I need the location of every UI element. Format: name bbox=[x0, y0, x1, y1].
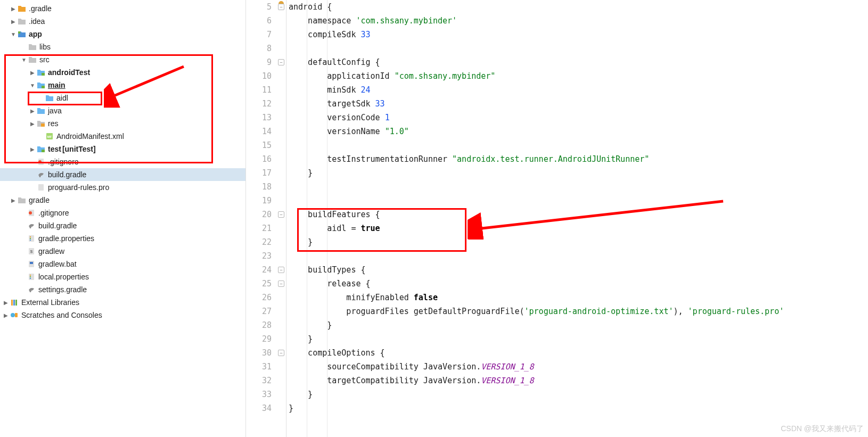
tree-item-libs[interactable]: ▶ libs bbox=[0, 40, 245, 53]
svg-rect-13 bbox=[30, 236, 31, 237]
fold-toggle-icon[interactable]: − bbox=[278, 350, 284, 356]
code-line: sourceCompatibility JavaVersion.VERSION_… bbox=[289, 360, 868, 374]
tree-item-gradlew[interactable]: ▶ $ gradlew bbox=[0, 245, 245, 258]
tree-label: gradle.properties bbox=[38, 234, 94, 243]
svg-rect-15 bbox=[30, 240, 31, 241]
tree-item-app[interactable]: ▼ app bbox=[0, 28, 245, 40]
tree-item-res[interactable]: ▶ res bbox=[0, 117, 245, 130]
tree-item-local-props[interactable]: ▶ local.properties bbox=[0, 270, 245, 283]
tree-item-proguard[interactable]: ▶ proguard-rules.pro bbox=[0, 181, 245, 194]
tree-item-aidl[interactable]: ▶ aidl bbox=[0, 92, 245, 104]
code-line: } bbox=[289, 387, 868, 401]
tree-item-gitignore[interactable]: ▶ .gitignore bbox=[0, 207, 245, 219]
line-number: 29 bbox=[246, 332, 272, 346]
shell-file-icon: $ bbox=[27, 247, 36, 255]
line-gutter: 5 6 7 8 9 10 11 12 13 14 15 16 17 18 19 … bbox=[246, 0, 277, 437]
svg-rect-24 bbox=[11, 300, 13, 306]
bat-file-icon bbox=[27, 260, 36, 268]
fold-gutter: − − − − − − bbox=[277, 0, 286, 437]
tree-item-androidtest[interactable]: ▶ androidTest bbox=[0, 66, 245, 79]
tree-item-gitignore-inner[interactable]: ▶ .gitignore bbox=[0, 155, 245, 168]
tree-item-settings-gradle[interactable]: ▶ settings.gradle bbox=[0, 283, 245, 296]
code-line: targetSdk 33 bbox=[289, 97, 868, 111]
fold-toggle-icon[interactable]: − bbox=[278, 59, 284, 65]
tree-label: main bbox=[48, 81, 65, 89]
tree-item-external-libs[interactable]: ▶ External Libraries bbox=[0, 296, 245, 309]
tree-item-idea[interactable]: ▶ .idea bbox=[0, 15, 245, 28]
svg-rect-1 bbox=[42, 73, 45, 76]
svg-rect-23 bbox=[30, 278, 31, 279]
tree-item-build-gradle-inner[interactable]: ▶ build.gradle bbox=[0, 168, 245, 181]
code-line bbox=[289, 180, 868, 194]
tree-label: aidl bbox=[56, 94, 68, 102]
tree-label: app bbox=[29, 30, 42, 38]
code-editor[interactable]: 5 6 7 8 9 10 11 12 13 14 15 16 17 18 19 … bbox=[246, 0, 868, 437]
code-line: } bbox=[289, 235, 868, 249]
tree-label: src bbox=[39, 55, 50, 64]
line-number: 18 bbox=[246, 180, 272, 194]
code-line bbox=[289, 194, 868, 208]
scratches-icon bbox=[10, 311, 19, 319]
tree-label: proguard-rules.pro bbox=[48, 183, 109, 192]
tree-item-test[interactable]: ▶ test [unitTest] bbox=[0, 143, 245, 155]
line-number: 14 bbox=[246, 125, 272, 138]
code-line: } bbox=[289, 332, 868, 346]
chevron-right-icon: ▶ bbox=[10, 19, 17, 24]
fold-toggle-icon[interactable]: − bbox=[278, 211, 284, 218]
code-line: versionName "1.0" bbox=[289, 125, 868, 138]
svg-rect-2 bbox=[42, 86, 45, 88]
tree-label: java bbox=[48, 106, 62, 115]
tree-label: .gitignore bbox=[38, 209, 69, 217]
code-line: } bbox=[289, 401, 868, 415]
tree-item-src[interactable]: ▼ src bbox=[0, 53, 245, 66]
code-area[interactable]: android { namespace 'com.shsany.mybinder… bbox=[286, 0, 868, 437]
svg-rect-9 bbox=[38, 184, 44, 191]
svg-rect-14 bbox=[30, 238, 31, 239]
fold-toggle-icon[interactable]: − bbox=[278, 267, 284, 273]
tree-item-main[interactable]: ▼ main bbox=[0, 79, 245, 92]
gradle-file-icon bbox=[27, 285, 36, 294]
file-icon bbox=[36, 183, 46, 192]
code-line: android { bbox=[289, 0, 868, 14]
tree-label: .gradle bbox=[29, 4, 52, 13]
tree-label: gradlew.bat bbox=[38, 260, 77, 268]
line-number: 11 bbox=[246, 83, 272, 97]
tree-label: local.properties bbox=[38, 273, 89, 281]
code-line: } bbox=[289, 166, 868, 180]
chevron-right-icon: ▶ bbox=[29, 121, 36, 127]
tree-item-gradle-dot[interactable]: ▶ .gradle bbox=[0, 2, 245, 15]
line-number: 34 bbox=[246, 401, 272, 415]
code-line: minSdk 24 bbox=[289, 83, 868, 97]
svg-rect-3 bbox=[41, 123, 45, 127]
line-number: 23 bbox=[246, 249, 272, 263]
tree-item-gradlew-bat[interactable]: ▶ gradlew.bat bbox=[0, 258, 245, 270]
line-number: 20 bbox=[246, 208, 272, 221]
chevron-right-icon: ▶ bbox=[2, 300, 10, 306]
tree-item-manifest[interactable]: ▶ MF AndroidManifest.xml bbox=[0, 130, 245, 143]
gradle-file-icon bbox=[36, 170, 46, 179]
manifest-file-icon: MF bbox=[45, 132, 54, 141]
chevron-down-icon: ▼ bbox=[29, 83, 36, 88]
tree-item-gradle-folder[interactable]: ▶ gradle bbox=[0, 194, 245, 207]
line-number: 8 bbox=[246, 42, 272, 55]
fold-toggle-icon[interactable]: − bbox=[278, 4, 284, 10]
line-number: 30 bbox=[246, 346, 272, 360]
tree-item-scratches[interactable]: ▶ Scratches and Consoles bbox=[0, 309, 245, 321]
tree-item-gradle-props[interactable]: ▶ gradle.properties bbox=[0, 232, 245, 245]
line-number: 6 bbox=[246, 14, 272, 28]
indent-guide bbox=[307, 0, 307, 437]
source-folder-icon bbox=[36, 81, 46, 89]
tree-item-build-gradle[interactable]: ▶ build.gradle bbox=[0, 219, 245, 232]
tree-label: androidTest bbox=[48, 68, 90, 77]
svg-rect-21 bbox=[30, 275, 31, 276]
tree-label: res bbox=[48, 119, 58, 128]
code-line: minifyEnabled false bbox=[289, 291, 868, 304]
tree-label: build.gradle bbox=[48, 170, 86, 179]
project-tree[interactable]: ▶ .gradle ▶ .idea ▼ app ▶ libs ▼ src ▶ bbox=[0, 0, 246, 437]
line-number: 17 bbox=[246, 166, 272, 180]
tree-item-java[interactable]: ▶ java bbox=[0, 104, 245, 117]
svg-rect-26 bbox=[15, 300, 17, 306]
fold-toggle-icon[interactable]: − bbox=[278, 281, 284, 287]
test-folder-icon bbox=[36, 145, 46, 153]
code-line: versionCode 1 bbox=[289, 111, 868, 125]
